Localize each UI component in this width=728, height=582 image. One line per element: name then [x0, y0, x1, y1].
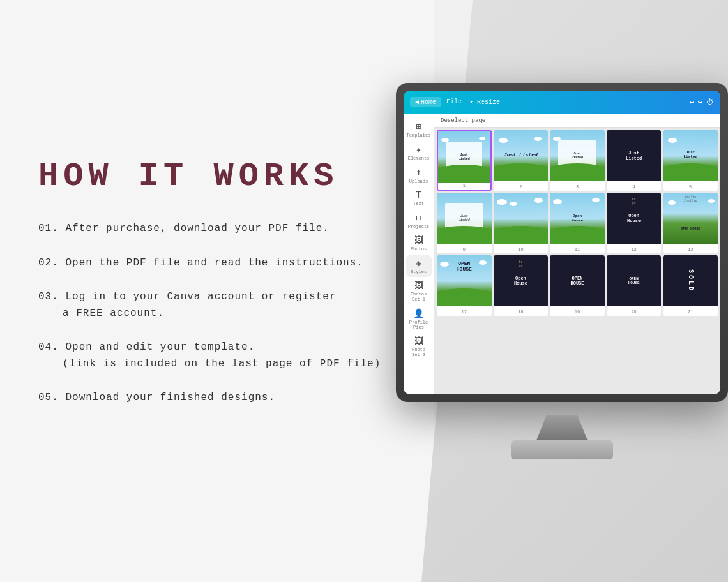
file-label[interactable]: File	[446, 98, 462, 106]
canva-sidebar: ⊞ Templates ✦ Elements ⬆ Uploads T	[404, 114, 434, 394]
monitor: ◀ Home File ▾ Resize ↩ ↪ ⏱	[377, 83, 728, 479]
sidebar-item-elements[interactable]: ✦ Elements	[406, 142, 432, 163]
template-num-10: 10	[518, 247, 523, 252]
template-num-21: 21	[688, 310, 693, 315]
canva-interface: ◀ Home File ▾ Resize ↩ ↪ ⏱	[404, 91, 720, 394]
sidebar-item-templates[interactable]: ⊞ Templates	[406, 119, 432, 140]
canva-home-btn[interactable]: ◀ Home	[410, 97, 441, 107]
templates-icon: ⊞	[416, 121, 421, 132]
photos-icon: 🖼	[414, 235, 423, 246]
template-grid: JustListed 1	[434, 128, 720, 318]
template-card-13[interactable]: You're Invited OPEN HOUSE	[663, 193, 718, 253]
home-label: Home	[421, 99, 436, 106]
undo-icon[interactable]: ↩	[690, 98, 694, 107]
template-card-9[interactable]: JustListed 9	[437, 193, 492, 253]
template-num-2: 2	[519, 184, 522, 190]
template-num-12: 12	[631, 247, 636, 252]
time-icon[interactable]: ⏱	[706, 98, 714, 107]
monitor-base	[511, 440, 613, 459]
profile-icon: 👤	[413, 308, 424, 319]
template-num-11: 11	[575, 247, 580, 252]
back-arrow-icon: ◀	[415, 98, 419, 106]
template-card-19[interactable]: OPENHOUSE 19	[550, 255, 605, 316]
photos-set2-icon: 🖼	[414, 336, 423, 347]
canva-body: ⊞ Templates ✦ Elements ⬆ Uploads T	[404, 114, 720, 394]
template-card-20[interactable]: OPENHOUSE 20	[607, 255, 662, 316]
step-4-num: 04.	[38, 341, 59, 353]
uploads-icon: ⬆	[416, 167, 421, 178]
sidebar-item-photos[interactable]: 🖼 Photos	[406, 233, 432, 254]
step-3-num: 03.	[38, 291, 59, 302]
step-5-num: 05.	[38, 392, 59, 403]
template-num-1: 1	[463, 183, 466, 188]
template-card-10[interactable]: JUST LISTED 10	[494, 193, 549, 253]
text-icon: T	[416, 190, 421, 200]
step-2-text: Open the PDF file and read the instructi…	[65, 257, 363, 269]
step-1-text: After purchase, download your PDF file.	[65, 223, 329, 234]
redo-icon[interactable]: ↪	[698, 98, 702, 107]
step-3-text: Log in to your Canva account or register	[65, 291, 336, 302]
template-card-21[interactable]: SOLD 21	[663, 255, 718, 316]
canva-topbar: ◀ Home File ▾ Resize ↩ ↪ ⏱	[404, 91, 720, 114]
template-row-1: JustListed 1	[437, 130, 718, 191]
step-4: 04. Open and edit your template. (link i…	[38, 340, 390, 372]
canva-nav-icons: ↩ ↪ ⏱	[690, 98, 714, 107]
sidebar-item-text[interactable]: T Text	[406, 188, 432, 209]
monitor-screen: ◀ Home File ▾ Resize ↩ ↪ ⏱	[404, 91, 720, 394]
sidebar-item-profile-pics[interactable]: 👤 Profile Pics	[406, 306, 432, 332]
photos-set1-icon: 🖼	[414, 281, 423, 291]
template-row-2: JustListed 9 JUST LISTED	[437, 193, 718, 253]
step-1-num: 01.	[38, 223, 59, 234]
template-card-18[interactable]: togo OpenHouse 18	[494, 255, 549, 316]
template-card-11[interactable]: OpenHouse 11	[550, 193, 605, 253]
step-2: 02. Open the PDF file and read the instr…	[38, 255, 390, 272]
template-card-5[interactable]: JustListed 5	[663, 130, 718, 191]
template-num-5: 5	[689, 184, 692, 190]
projects-icon: ⊟	[416, 213, 421, 223]
styles-icon: ◈	[416, 258, 421, 269]
content-left: HOW IT WORKS 01. After purchase, downloa…	[0, 0, 421, 582]
template-card-12[interactable]: togo OpenHouse 12	[607, 193, 662, 253]
template-card-1[interactable]: JustListed 1	[437, 130, 492, 191]
template-row-3: OPENHOUSE 17	[437, 255, 718, 316]
template-num-20: 20	[631, 310, 636, 315]
sidebar-item-photos-set2[interactable]: 🖼 Photo Set 2	[406, 334, 432, 360]
sidebar-item-uploads[interactable]: ⬆ Uploads	[406, 165, 432, 186]
canva-main: Deselect page JustListed	[434, 114, 720, 394]
template-num-17: 17	[462, 310, 467, 315]
step-5: 05. Download your finished designs.	[38, 390, 390, 407]
sidebar-item-photos-set1[interactable]: 🖼 Photos Set 1	[406, 278, 432, 304]
template-card-2[interactable]: Just Listed 2	[494, 130, 549, 191]
template-card-3[interactable]: JustListed 3	[550, 130, 605, 191]
monitor-frame: ◀ Home File ▾ Resize ↩ ↪ ⏱	[396, 83, 728, 402]
step-4-continuation: (link is included on the last page of PD…	[38, 356, 390, 373]
step-3-continuation: a FREE account.	[38, 306, 390, 322]
template-num-9: 9	[463, 247, 466, 252]
monitor-stand	[536, 415, 588, 440]
steps-list: 01. After purchase, download your PDF fi…	[38, 221, 390, 424]
template-num-3: 3	[576, 184, 579, 190]
template-card-4[interactable]: Just Listed 4	[607, 130, 662, 191]
template-num-13: 13	[688, 247, 693, 252]
step-2-num: 02.	[38, 257, 59, 269]
step-3: 03. Log in to your Canva account or regi…	[38, 289, 390, 322]
step-1: 01. After purchase, download your PDF fi…	[38, 221, 390, 237]
template-num-4: 4	[632, 184, 635, 190]
elements-icon: ✦	[416, 144, 421, 155]
canva-nav-items: File ▾ Resize	[446, 98, 500, 106]
template-card-17[interactable]: OPENHOUSE 17	[437, 255, 492, 316]
template-num-18: 18	[518, 310, 523, 315]
sidebar-item-styles[interactable]: ◈ Styles	[406, 255, 432, 277]
sidebar-item-projects[interactable]: ⊟ Projects	[406, 210, 432, 232]
deselect-bar[interactable]: Deselect page	[434, 114, 720, 128]
step-4-text: Open and edit your template.	[65, 341, 255, 353]
step-5-text: Download your finished designs.	[65, 392, 275, 403]
page-title: HOW IT WORKS	[38, 158, 390, 195]
deselect-text: Deselect page	[441, 117, 485, 124]
resize-label[interactable]: ▾ Resize	[469, 98, 500, 106]
template-num-19: 19	[575, 310, 580, 315]
